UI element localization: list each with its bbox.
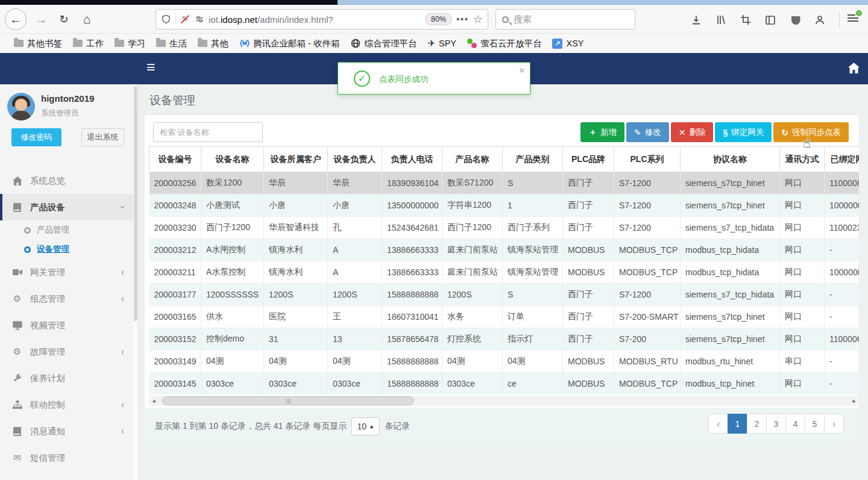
table-cell: S xyxy=(503,172,563,195)
url-bar[interactable]: ✎ iot.idosp.net/admin/index.html? 80% ••… xyxy=(156,9,488,30)
column-header-7[interactable]: PLC品牌 xyxy=(563,147,614,172)
column-header-11[interactable]: 已绑定网关 xyxy=(825,147,860,172)
shield-icon[interactable] xyxy=(161,14,171,25)
screenshot-icon[interactable] xyxy=(740,14,751,25)
plane-icon: ✈ xyxy=(427,38,435,49)
back-button[interactable]: ← xyxy=(5,8,27,30)
table-row[interactable]: 200003152控制demo311315878656478灯控系统指示灯西门子… xyxy=(149,328,860,351)
avatar[interactable] xyxy=(7,93,35,120)
table-row[interactable]: 200003165供水医院王18607310041水务订单西门子S7-200-S… xyxy=(149,306,860,328)
sidebar-item-device-mgmt[interactable]: 设备管理 xyxy=(0,240,134,259)
device-search-input[interactable] xyxy=(153,122,263,142)
sidebar-item-maintenance[interactable]: 保养计划 xyxy=(0,365,134,391)
table-cell: S7-1200 xyxy=(614,284,681,306)
bookmark-folder-misc[interactable]: 其他 xyxy=(192,38,234,49)
library-icon[interactable] xyxy=(715,14,726,25)
logout-button[interactable]: 退出系统 xyxy=(81,128,124,146)
column-header-3[interactable]: 设备负责人 xyxy=(328,147,382,172)
sidebar-item-fault[interactable]: ⚙ 故障管理 ‹ xyxy=(0,338,134,365)
reload-button[interactable]: ↻ xyxy=(53,8,75,30)
sidebar-item-gateway[interactable]: 网关管理 ‹ xyxy=(0,259,134,285)
bookmark-star-icon[interactable]: ☆ xyxy=(473,13,483,26)
forward-button[interactable]: → xyxy=(30,8,52,30)
downloads-icon[interactable] xyxy=(691,14,702,25)
column-header-4[interactable]: 负责人电话 xyxy=(382,147,442,172)
change-password-button[interactable]: 修改密码 xyxy=(11,128,61,146)
bookmark-folder-life[interactable]: 生活 xyxy=(151,38,192,49)
column-header-2[interactable]: 设备所属客户 xyxy=(264,147,328,172)
sidebar-item-overview[interactable]: 系统总览 xyxy=(0,167,134,194)
bookmark-xsy[interactable]: ↗XSY xyxy=(547,39,589,49)
sidebar-item-product-device[interactable]: 产品设备 › xyxy=(0,194,134,220)
column-header-9[interactable]: 协议名称 xyxy=(681,147,780,172)
sidebar-item-bigscreen[interactable]: 大屏管理 xyxy=(0,471,134,480)
scroll-right-arrow[interactable]: ▸ xyxy=(849,396,859,406)
page-prev-button[interactable]: ‹ xyxy=(708,414,728,434)
delete-button[interactable]: ✕删除 xyxy=(671,122,714,142)
browser-search-bar[interactable]: 搜索 xyxy=(495,9,635,30)
bookmark-folder-study[interactable]: 学习 xyxy=(109,38,151,49)
scrollbar-thumb[interactable] xyxy=(134,86,137,321)
scrollbar-thumb[interactable] xyxy=(162,396,414,405)
column-header-5[interactable]: 产品名称 xyxy=(442,147,503,172)
table-row[interactable]: 200003212A水闸控制镇海水利A13886663333庭来门前泵站镇海泵站… xyxy=(149,239,860,261)
table-row[interactable]: 200003256数采1200华辰华辰18390936104数采S71200S西… xyxy=(149,172,860,195)
column-header-1[interactable]: 设备名称 xyxy=(201,147,264,172)
browser-home-button[interactable]: ⌂ xyxy=(76,8,98,30)
column-header-0[interactable]: 设备编号 xyxy=(149,147,201,172)
sidebar-item-notification[interactable]: 消息通知 ‹ xyxy=(0,418,134,444)
page-button-4[interactable]: 4 xyxy=(785,414,805,434)
edit-blocked-icon[interactable]: ✎ xyxy=(180,14,190,24)
scroll-left-arrow[interactable]: ◂ xyxy=(149,396,159,406)
table-cell: MODBUS_TCP xyxy=(614,373,681,395)
bookmark-ezviz[interactable]: 萤石云开放平台 xyxy=(462,38,547,49)
bookmark-spy[interactable]: ✈SPY xyxy=(422,38,462,49)
toast-close-icon[interactable]: × xyxy=(519,65,524,75)
sidebar-item-sms[interactable]: ✉ 短信管理 xyxy=(0,444,134,471)
table-row[interactable]: 20000314904测04测04测1588888888804测04测MODBU… xyxy=(149,351,860,373)
column-header-8[interactable]: PLC系列 xyxy=(614,147,681,172)
account-icon[interactable] xyxy=(814,14,825,25)
bookmark-mgmt-platform[interactable]: 综合管理平台 xyxy=(345,38,422,49)
bookmark-tencent-mail[interactable]: 腾讯企业邮箱 - 收件箱 xyxy=(234,38,345,49)
table-row[interactable]: 2000031450303ce0303ce0303ce1588888888803… xyxy=(149,373,860,395)
table-row[interactable]: 200003211A水泵控制镇海水利A13886663333庭来门前泵站镇海泵站… xyxy=(149,261,860,284)
table-cell: 04测 xyxy=(503,351,563,373)
sidebar-scrollbar[interactable] xyxy=(133,84,138,480)
force-sync-button[interactable]: ↻强制同步点表 xyxy=(773,122,849,142)
page-next-button[interactable]: › xyxy=(824,414,844,434)
sidebar-toggle-icon[interactable] xyxy=(765,14,776,25)
bookmarks-bar: 其他书签 工作 学习 生活 其他 腾讯企业邮箱 - 收件箱 综合管理平台 ✈SP… xyxy=(0,34,868,53)
sidebar-collapse-icon[interactable]: ≡ xyxy=(146,58,156,76)
add-button[interactable]: ＋新增 xyxy=(580,122,624,142)
app-home-icon[interactable] xyxy=(848,63,860,76)
page-size-select[interactable]: 10▲ xyxy=(351,417,380,435)
table-row[interactable]: 200003248小唐测试小唐小唐13500000000字符串12001西门子S… xyxy=(149,195,860,217)
page-button-5[interactable]: 5 xyxy=(805,414,825,434)
zoom-level-badge[interactable]: 80% xyxy=(425,13,452,25)
bookmark-folder-other[interactable]: 其他书签 xyxy=(8,38,68,49)
edit-button[interactable]: ✎修改 xyxy=(626,122,669,142)
table-row[interactable]: 200003230西门子1200华辰智通科技孔15243642681西门子120… xyxy=(149,217,860,239)
sidebar-item-config[interactable]: ⚙ 组态管理 ‹ xyxy=(0,285,134,312)
bookmark-folder-work[interactable]: 工作 xyxy=(68,38,109,49)
horizontal-scrollbar[interactable]: ◂ ▸ xyxy=(149,396,859,406)
page-button-1[interactable]: 1 xyxy=(728,414,747,434)
table-row[interactable]: 2000031771200SSSSSS1200S1200S15888888888… xyxy=(149,284,860,306)
permissions-icon[interactable] xyxy=(194,14,204,25)
sidebar-item-linkage[interactable]: 联动控制 ‹ xyxy=(0,391,134,418)
menu-hamburger-icon[interactable]: ↑ xyxy=(848,14,858,23)
book-icon xyxy=(12,427,22,436)
bind-gateway-button[interactable]: §绑定网关 xyxy=(715,122,772,142)
page-button-2[interactable]: 2 xyxy=(747,414,767,434)
table-cell: 15888888888 xyxy=(382,351,442,373)
page-button-3[interactable]: 3 xyxy=(766,414,786,434)
column-header-6[interactable]: 产品类别 xyxy=(503,147,563,172)
page-actions-icon[interactable]: ••• xyxy=(456,14,469,24)
table-cell: modbus_rtu_hinet xyxy=(681,351,780,373)
sidebar-item-product-mgmt[interactable]: 产品管理 xyxy=(0,220,134,240)
url-text[interactable]: iot.idosp.net/admin/index.html? xyxy=(209,14,421,25)
sidebar-item-video[interactable]: 视频管理 xyxy=(0,312,134,338)
column-header-10[interactable]: 通讯方式 xyxy=(780,147,825,172)
pocket-icon[interactable] xyxy=(790,14,800,25)
